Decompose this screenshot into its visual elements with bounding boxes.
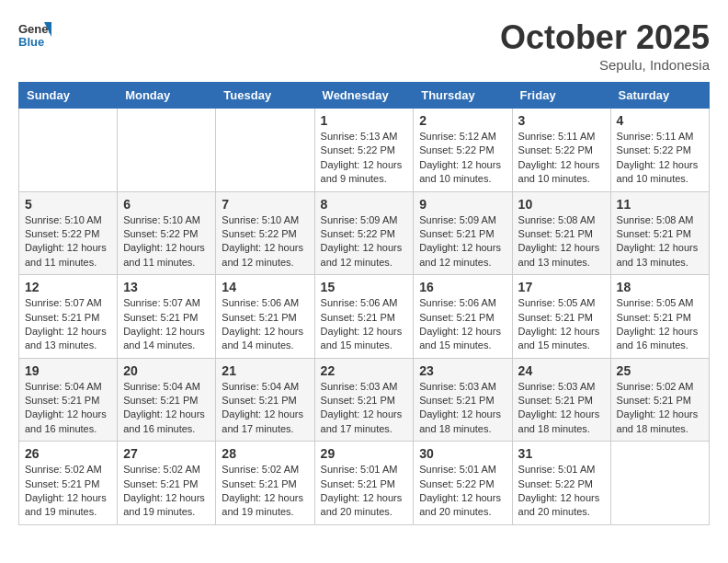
day-number: 14 — [222, 280, 308, 294]
calendar-cell: 29Sunrise: 5:01 AM Sunset: 5:21 PM Dayli… — [314, 442, 414, 525]
calendar-cell: 31Sunrise: 5:01 AM Sunset: 5:22 PM Dayli… — [512, 442, 610, 525]
day-info: Sunrise: 5:09 AM Sunset: 5:22 PM Dayligh… — [321, 213, 408, 270]
day-number: 21 — [222, 363, 308, 378]
day-info: Sunrise: 5:10 AM Sunset: 5:22 PM Dayligh… — [222, 213, 308, 270]
day-number: 17 — [518, 280, 605, 294]
day-info: Sunrise: 5:10 AM Sunset: 5:22 PM Dayligh… — [25, 213, 111, 270]
day-info: Sunrise: 5:03 AM Sunset: 5:21 PM Dayligh… — [321, 380, 408, 437]
day-info: Sunrise: 5:06 AM Sunset: 5:21 PM Dayligh… — [321, 296, 408, 353]
day-number: 19 — [25, 363, 111, 378]
day-info: Sunrise: 5:08 AM Sunset: 5:21 PM Dayligh… — [518, 213, 605, 270]
weekday-header: Wednesday — [314, 83, 414, 109]
calendar-cell: 22Sunrise: 5:03 AM Sunset: 5:21 PM Dayli… — [314, 358, 414, 442]
month-title: October 2025 — [500, 18, 710, 57]
day-number: 25 — [617, 363, 703, 378]
page-header: General Blue October 2025 Sepulu, Indone… — [18, 18, 710, 73]
calendar-cell: 9Sunrise: 5:09 AM Sunset: 5:21 PM Daylig… — [414, 191, 512, 275]
day-info: Sunrise: 5:02 AM Sunset: 5:21 PM Dayligh… — [123, 463, 210, 520]
day-info: Sunrise: 5:02 AM Sunset: 5:21 PM Dayligh… — [25, 463, 111, 520]
day-number: 8 — [321, 197, 408, 212]
day-info: Sunrise: 5:05 AM Sunset: 5:21 PM Dayligh… — [518, 296, 605, 353]
day-info: Sunrise: 5:07 AM Sunset: 5:21 PM Dayligh… — [123, 296, 210, 353]
day-number: 23 — [419, 363, 506, 378]
day-number: 28 — [222, 446, 308, 461]
day-number: 7 — [222, 197, 308, 212]
logo: General Blue — [18, 18, 51, 52]
calendar-cell: 6Sunrise: 5:10 AM Sunset: 5:22 PM Daylig… — [118, 191, 216, 275]
calendar-cell: 16Sunrise: 5:06 AM Sunset: 5:21 PM Dayli… — [414, 275, 512, 359]
day-number: 9 — [419, 197, 506, 212]
day-info: Sunrise: 5:07 AM Sunset: 5:21 PM Dayligh… — [25, 296, 111, 353]
calendar-cell: 19Sunrise: 5:04 AM Sunset: 5:21 PM Dayli… — [19, 358, 118, 442]
day-info: Sunrise: 5:01 AM Sunset: 5:22 PM Dayligh… — [518, 463, 605, 520]
calendar-cell: 1Sunrise: 5:13 AM Sunset: 5:22 PM Daylig… — [314, 109, 414, 192]
day-number: 15 — [321, 280, 408, 294]
calendar-header: SundayMondayTuesdayWednesdayThursdayFrid… — [19, 83, 710, 109]
day-number: 22 — [321, 363, 408, 378]
calendar-cell: 25Sunrise: 5:02 AM Sunset: 5:21 PM Dayli… — [610, 358, 709, 442]
calendar-cell: 30Sunrise: 5:01 AM Sunset: 5:22 PM Dayli… — [414, 442, 512, 525]
calendar-cell: 23Sunrise: 5:03 AM Sunset: 5:21 PM Dayli… — [414, 358, 512, 442]
day-number: 12 — [25, 280, 111, 294]
calendar-cell: 18Sunrise: 5:05 AM Sunset: 5:21 PM Dayli… — [610, 275, 709, 359]
weekday-header: Friday — [512, 83, 610, 109]
calendar-cell — [118, 109, 216, 192]
calendar-cell: 12Sunrise: 5:07 AM Sunset: 5:21 PM Dayli… — [19, 275, 118, 359]
calendar-cell: 28Sunrise: 5:02 AM Sunset: 5:21 PM Dayli… — [216, 442, 314, 525]
calendar-cell: 3Sunrise: 5:11 AM Sunset: 5:22 PM Daylig… — [512, 109, 610, 192]
logo-icon: General Blue — [18, 18, 51, 52]
day-number: 10 — [518, 197, 605, 212]
day-info: Sunrise: 5:10 AM Sunset: 5:22 PM Dayligh… — [123, 213, 210, 270]
calendar-cell: 7Sunrise: 5:10 AM Sunset: 5:22 PM Daylig… — [216, 191, 314, 275]
calendar-cell: 10Sunrise: 5:08 AM Sunset: 5:21 PM Dayli… — [512, 191, 610, 275]
title-block: October 2025 Sepulu, Indonesia — [500, 18, 710, 73]
day-number: 16 — [419, 280, 506, 294]
day-number: 13 — [123, 280, 210, 294]
day-info: Sunrise: 5:11 AM Sunset: 5:22 PM Dayligh… — [617, 130, 703, 187]
calendar-cell — [610, 442, 709, 525]
calendar-cell: 14Sunrise: 5:06 AM Sunset: 5:21 PM Dayli… — [216, 275, 314, 359]
day-number: 4 — [617, 113, 703, 128]
day-info: Sunrise: 5:03 AM Sunset: 5:21 PM Dayligh… — [419, 380, 506, 437]
day-number: 31 — [518, 446, 605, 461]
day-info: Sunrise: 5:09 AM Sunset: 5:21 PM Dayligh… — [419, 213, 506, 270]
day-number: 29 — [321, 446, 408, 461]
svg-text:Blue: Blue — [18, 35, 44, 49]
day-number: 1 — [321, 113, 408, 128]
calendar-week-row: 19Sunrise: 5:04 AM Sunset: 5:21 PM Dayli… — [19, 358, 710, 442]
calendar-week-row: 26Sunrise: 5:02 AM Sunset: 5:21 PM Dayli… — [19, 442, 710, 525]
calendar-cell: 24Sunrise: 5:03 AM Sunset: 5:21 PM Dayli… — [512, 358, 610, 442]
calendar-cell: 15Sunrise: 5:06 AM Sunset: 5:21 PM Dayli… — [314, 275, 414, 359]
day-number: 27 — [123, 446, 210, 461]
day-number: 26 — [25, 446, 111, 461]
calendar-cell: 5Sunrise: 5:10 AM Sunset: 5:22 PM Daylig… — [19, 191, 118, 275]
day-info: Sunrise: 5:12 AM Sunset: 5:22 PM Dayligh… — [419, 130, 506, 187]
calendar-cell: 13Sunrise: 5:07 AM Sunset: 5:21 PM Dayli… — [118, 275, 216, 359]
day-info: Sunrise: 5:04 AM Sunset: 5:21 PM Dayligh… — [25, 380, 111, 437]
day-number: 5 — [25, 197, 111, 212]
calendar-week-row: 1Sunrise: 5:13 AM Sunset: 5:22 PM Daylig… — [19, 109, 710, 192]
location: Sepulu, Indonesia — [500, 57, 710, 73]
day-info: Sunrise: 5:01 AM Sunset: 5:22 PM Dayligh… — [419, 463, 506, 520]
day-info: Sunrise: 5:05 AM Sunset: 5:21 PM Dayligh… — [617, 296, 703, 353]
calendar-cell: 11Sunrise: 5:08 AM Sunset: 5:21 PM Dayli… — [610, 191, 709, 275]
day-number: 2 — [419, 113, 506, 128]
day-number: 11 — [617, 197, 703, 212]
day-info: Sunrise: 5:01 AM Sunset: 5:21 PM Dayligh… — [321, 463, 408, 520]
day-info: Sunrise: 5:11 AM Sunset: 5:22 PM Dayligh… — [518, 130, 605, 187]
day-info: Sunrise: 5:06 AM Sunset: 5:21 PM Dayligh… — [222, 296, 308, 353]
day-info: Sunrise: 5:08 AM Sunset: 5:21 PM Dayligh… — [617, 213, 703, 270]
day-info: Sunrise: 5:04 AM Sunset: 5:21 PM Dayligh… — [222, 380, 308, 437]
calendar-cell — [19, 109, 118, 192]
weekday-header: Monday — [118, 83, 216, 109]
day-number: 3 — [518, 113, 605, 128]
calendar-cell — [216, 109, 314, 192]
weekday-header: Sunday — [19, 83, 118, 109]
day-info: Sunrise: 5:13 AM Sunset: 5:22 PM Dayligh… — [321, 130, 408, 187]
calendar-cell: 20Sunrise: 5:04 AM Sunset: 5:21 PM Dayli… — [118, 358, 216, 442]
day-number: 18 — [617, 280, 703, 294]
calendar-cell: 17Sunrise: 5:05 AM Sunset: 5:21 PM Dayli… — [512, 275, 610, 359]
day-info: Sunrise: 5:02 AM Sunset: 5:21 PM Dayligh… — [222, 463, 308, 520]
day-number: 24 — [518, 363, 605, 378]
calendar-cell: 21Sunrise: 5:04 AM Sunset: 5:21 PM Dayli… — [216, 358, 314, 442]
